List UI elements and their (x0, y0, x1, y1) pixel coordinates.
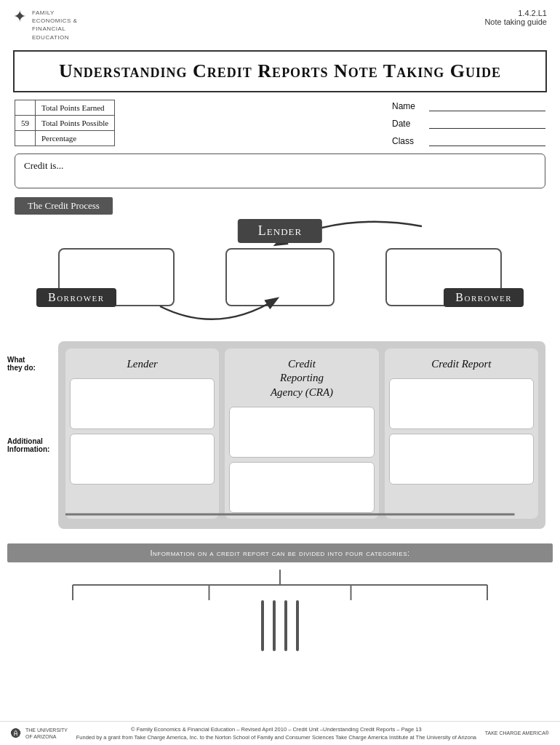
credit-process-label: The Credit Process (15, 197, 113, 215)
university-name-text: The University of Arizona (25, 727, 68, 740)
class-line (429, 136, 545, 146)
tree-branch-container (7, 584, 553, 600)
bottom-arrow-svg (65, 509, 538, 520)
category-box-3 (284, 600, 287, 651)
lender-center-box: Lender (238, 219, 322, 243)
university-logo-icon: 🅐 (11, 728, 21, 739)
page-footer: 🅐 The University of Arizona © Family Eco… (0, 721, 560, 746)
meta-row: Total Points Earned 59 Total Points Poss… (0, 100, 560, 146)
lender-what-box (70, 378, 215, 429)
page-header: ✦ Family Economics & Financial Education… (0, 0, 560, 46)
credit-report-additional-box (389, 434, 534, 485)
total-points-num: 59 (15, 115, 36, 130)
category-boxes-row (247, 600, 313, 651)
class-label: Class (392, 136, 425, 146)
three-cols-outer: What they do: Additional Information: Le… (7, 341, 553, 538)
total-points-earned-label: Total Points Earned (36, 100, 115, 115)
name-label: Name (392, 101, 425, 111)
total-points-possible-label: Total Points Possible (36, 115, 115, 130)
footer-center-text: © Family Economics & Financial Education… (68, 725, 485, 742)
arrow-diagram: Lender Borrower Borrower (15, 219, 545, 335)
borrower-right-label: Borrower (444, 288, 524, 307)
category-box-4 (296, 600, 299, 651)
credit-report-what-box (389, 378, 534, 429)
cra-column: Credit Reporting Agency (CRA) (225, 348, 378, 519)
category-box-2 (273, 600, 276, 651)
lender-column: Lender (65, 348, 219, 519)
percentage-label: Percentage (36, 130, 115, 146)
four-cats-tree (7, 570, 553, 651)
info-bar: Information on a credit report can be di… (7, 543, 553, 562)
name-line (429, 101, 545, 111)
credit-report-column: Credit Report (385, 348, 538, 519)
date-line (429, 119, 545, 129)
bottom-arrow (65, 509, 538, 523)
credit-report-col-title: Credit Report (389, 354, 534, 375)
what-they-do-label: What they do: (7, 356, 51, 372)
credit-process-section: The Credit Process Lender (15, 197, 545, 335)
footer-logo-right: Take Charge America® (485, 730, 549, 736)
date-label: Date (392, 119, 425, 129)
info-bar-text: Information on a credit report can be di… (150, 549, 409, 557)
title-box: Understanding Credit Reports Note Taking… (13, 50, 547, 92)
cra-additional-box (229, 462, 374, 513)
footer-logo-left: 🅐 The University of Arizona (11, 727, 68, 740)
tree-trunk (279, 570, 281, 584)
cra-col-title: Credit Reporting Agency (CRA) (229, 354, 374, 403)
logo-area: ✦ Family Economics & Financial Education (13, 9, 77, 41)
page-title: Understanding Credit Reports Note Taking… (29, 59, 531, 84)
four-cats-section (7, 570, 553, 651)
points-table: Total Points Earned 59 Total Points Poss… (15, 100, 115, 146)
three-cols-bg: Lender Credit Reporting Agency (CRA) Cre… (58, 341, 545, 530)
borrower-left-label: Borrower (36, 288, 116, 307)
credit-is-label: Credit is... (24, 160, 63, 171)
logo-text: Family Economics & Financial Education (32, 9, 77, 41)
credit-is-box: Credit is... (15, 154, 545, 188)
side-labels: What they do: Additional Information: (7, 341, 51, 538)
tree-branch-svg (7, 584, 553, 600)
lender-col-title: Lender (70, 354, 215, 375)
additional-info-label: Additional Information: (7, 437, 51, 453)
page-info: 1.4.2.L1 Note taking guide (484, 9, 547, 26)
logo-star-icon: ✦ (13, 9, 26, 25)
lender-additional-box (70, 434, 215, 485)
diagram-center-box (225, 248, 335, 306)
cra-what-box (229, 407, 374, 458)
category-box-1 (261, 600, 264, 651)
name-fields: Name Date Class (392, 100, 545, 146)
